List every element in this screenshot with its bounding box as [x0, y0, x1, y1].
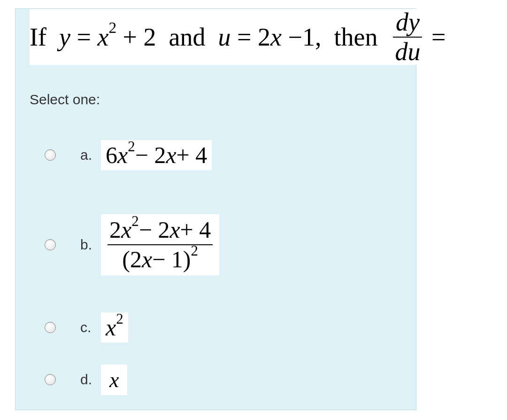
option-d-letter: d. — [80, 372, 96, 388]
radio-d[interactable] — [45, 374, 56, 385]
select-one-label: Select one: — [30, 92, 100, 108]
radio-a[interactable] — [45, 149, 56, 161]
stem-y: y — [59, 23, 70, 52]
option-a-letter: a. — [80, 147, 96, 163]
option-b-numerator: 2x2 − 2x + 4 — [108, 217, 213, 243]
option-b-denominator: (2x − 1)2 — [120, 247, 200, 272]
stem-equals: = — [431, 23, 446, 52]
option-c-row[interactable]: c. x2 — [45, 304, 219, 351]
option-a-row[interactable]: a. 6x2 − 2x + 4 — [45, 124, 219, 186]
option-b-row[interactable]: b. 2x2 − 2x + 4 (2x − 1)2 — [45, 193, 219, 296]
option-c-letter: c. — [80, 319, 96, 335]
frac-num: dy — [394, 9, 422, 36]
stem-x1: x — [97, 23, 108, 52]
option-c-math: x2 — [101, 312, 128, 342]
option-b-fraction: 2x2 − 2x + 4 (2x − 1)2 — [108, 217, 213, 272]
question-box: If y = x2 + 2 and u = 2x −1, then dy — [15, 8, 416, 410]
stem-plus2: + 2 — [123, 23, 156, 52]
radio-c[interactable] — [45, 322, 56, 333]
frac-den: du — [393, 39, 422, 65]
stem-if: If — [30, 23, 46, 52]
option-b-letter: b. — [80, 237, 96, 253]
options-group: a. 6x2 − 2x + 4 b. 2x2 − 2x + 4 (2x − 1)… — [45, 124, 219, 408]
question-stem-wrapper: If y = x2 + 2 and u = 2x −1, then dy — [30, 9, 446, 65]
stem-u: u — [218, 23, 231, 52]
stem-and: and — [169, 23, 206, 52]
option-b-math: 2x2 − 2x + 4 (2x − 1)2 — [101, 214, 219, 275]
stem-then: then — [334, 23, 377, 52]
option-d-row[interactable]: d. x — [45, 358, 219, 401]
question-stem: If y = x2 + 2 and u = 2x −1, then dy — [30, 9, 446, 65]
option-a-math: 6x2 − 2x + 4 — [101, 140, 212, 170]
radio-b[interactable] — [45, 239, 56, 250]
stem-fraction-dy-du: dy du — [393, 9, 422, 65]
option-d-math: x — [101, 365, 127, 395]
